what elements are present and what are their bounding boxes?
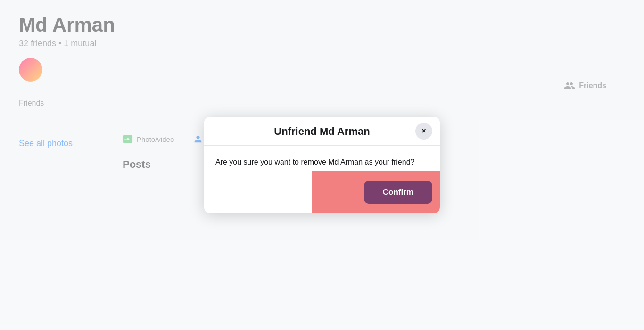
modal-message: Are you sure you want to remove Md Arman… (215, 157, 429, 167)
modal-close-button[interactable]: × (415, 123, 432, 140)
modal-footer: Cancel Confirm (204, 175, 440, 213)
modal-overlay: Unfriend Md Arman × Are you sure you wan… (0, 0, 644, 330)
modal-header: Unfriend Md Arman × (204, 117, 440, 146)
modal-title: Unfriend Md Arman (274, 125, 370, 138)
close-icon: × (421, 127, 426, 135)
unfriend-modal: Unfriend Md Arman × Are you sure you wan… (204, 117, 440, 213)
confirm-button[interactable]: Confirm (364, 181, 432, 204)
